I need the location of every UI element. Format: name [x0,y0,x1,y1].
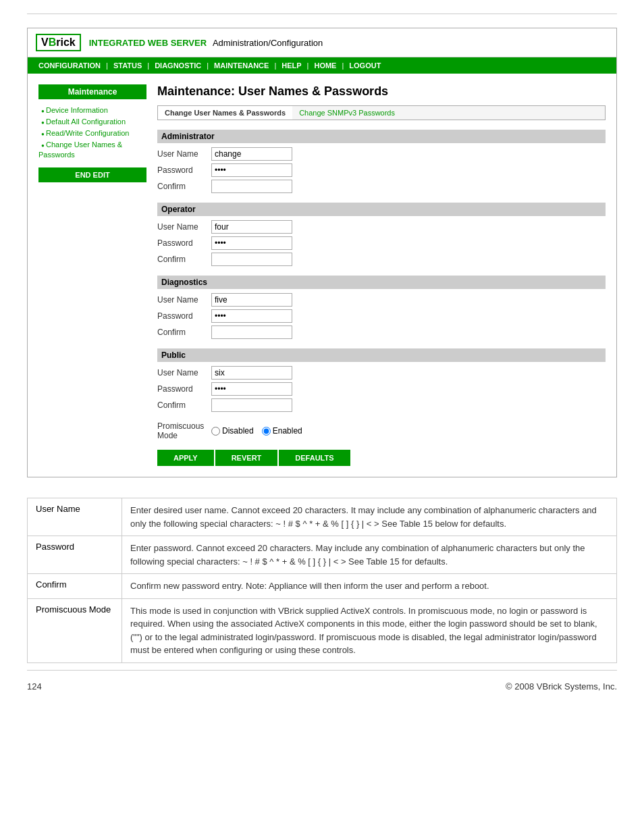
tab-row: Change User Names & Passwords Change SNM… [157,105,606,120]
diagnostics-section: Diagnostics User Name Password Confirm [157,276,606,339]
action-buttons: APPLY REVERT DEFAULTS [157,450,606,466]
page-number: 124 [27,681,42,692]
operator-username-input[interactable] [211,220,292,234]
diag-username-row: User Name [157,293,606,307]
public-section: Public User Name Password Confirm [157,348,606,412]
right-content: Maintenance: User Names & Passwords Chan… [157,84,606,466]
public-username-row: User Name [157,366,606,380]
admin-username-label: User Name [157,149,211,159]
info-term-password: Password [28,536,122,574]
promiscuous-disabled-radio[interactable] [211,427,220,436]
diag-username-input[interactable] [211,293,292,307]
diag-confirm-input[interactable] [211,325,292,339]
page-title: Maintenance: User Names & Passwords [157,84,606,99]
diag-confirm-label: Confirm [157,328,211,337]
administrator-header: Administrator [157,130,606,143]
diag-username-label: User Name [157,295,211,305]
table-row: Promiscuous Mode This mode is used in co… [28,598,617,662]
table-row: Password Enter password. Cannot exceed 2… [28,536,617,574]
promiscuous-mode-row: Promiscuous Mode Disabled Enabled [157,421,606,440]
main-content: Maintenance Device Information Default A… [28,74,616,477]
header-title: INTEGRATED WEB SERVER Administration/Con… [89,38,323,48]
info-desc-confirm: Confirm new password entry. Note: Applia… [122,574,617,599]
logo: VBrick [36,34,81,51]
sidebar-item-default-config[interactable]: Default All Configuration [38,116,146,126]
admin-password-row: Password [157,163,606,177]
operator-confirm-row: Confirm [157,253,606,266]
nav-configuration[interactable]: CONFIGURATION [36,60,103,71]
operator-username-row: User Name [157,220,606,234]
admin-confirm-row: Confirm [157,180,606,193]
admin-username-input[interactable] [211,147,292,161]
public-confirm-input[interactable] [211,398,292,412]
public-confirm-row: Confirm [157,398,606,412]
operator-confirm-label: Confirm [157,255,211,264]
diag-confirm-row: Confirm [157,325,606,339]
admin-password-label: Password [157,165,211,175]
operator-section: Operator User Name Password Confirm [157,203,606,266]
promiscuous-mode-label: Promiscuous Mode [157,421,211,440]
admin-password-input[interactable] [211,163,292,177]
defaults-button[interactable]: DEFAULTS [279,450,350,466]
copyright: © 2008 VBrick Systems, Inc. [506,681,617,692]
diag-password-input[interactable] [211,309,292,323]
nav-logout[interactable]: LOGOUT [346,60,383,71]
promiscuous-enabled-radio[interactable] [262,427,271,436]
page-footer: 124 © 2008 VBrick Systems, Inc. [27,671,617,697]
apply-button[interactable]: APPLY [157,450,214,466]
nav-status[interactable]: STATUS [111,60,144,71]
info-table: User Name Enter desired user name. Canno… [27,498,617,663]
header-bar: VBrick INTEGRATED WEB SERVER Administrat… [28,28,616,57]
sidebar-nav: Device Information Default All Configura… [38,105,146,159]
operator-confirm-input[interactable] [211,253,292,266]
admin-username-row: User Name [157,147,606,161]
table-row: User Name Enter desired user name. Canno… [28,498,617,536]
nav-maintenance[interactable]: MAINTENANCE [211,60,271,71]
promiscuous-enabled-option[interactable]: Enabled [262,426,302,436]
public-confirm-label: Confirm [157,400,211,410]
nav-help[interactable]: HELP [279,60,304,71]
sidebar-item-device-info[interactable]: Device Information [38,105,146,115]
table-row: Confirm Confirm new password entry. Note… [28,574,617,599]
public-header: Public [157,348,606,362]
sidebar: Maintenance Device Information Default A… [38,84,146,466]
operator-password-row: Password [157,236,606,250]
public-password-input[interactable] [211,382,292,396]
diag-password-row: Password [157,309,606,323]
browser-frame: VBrick INTEGRATED WEB SERVER Administrat… [27,28,617,477]
info-desc-password: Enter password. Cannot exceed 20 charact… [122,536,617,574]
info-desc-promiscuous: This mode is used in conjunction with VB… [122,598,617,662]
revert-button[interactable]: REVERT [215,450,278,466]
info-term-promiscuous: Promiscuous Mode [28,598,122,662]
promiscuous-disabled-option[interactable]: Disabled [211,426,254,436]
tab-change-snmpv3[interactable]: Change SNMPv3 Passwords [292,106,402,120]
info-term-username: User Name [28,498,122,536]
info-desc-username: Enter desired user name. Cannot exceed 2… [122,498,617,536]
operator-password-label: Password [157,238,211,248]
administrator-section: Administrator User Name Password Confirm [157,130,606,193]
nav-bar: CONFIGURATION | STATUS | DIAGNOSTIC | MA… [28,57,616,74]
sidebar-item-readwrite-config[interactable]: Read/Write Configuration [38,128,146,138]
end-edit-button[interactable]: END EDIT [38,167,146,182]
admin-confirm-input[interactable] [211,180,292,193]
public-username-input[interactable] [211,366,292,380]
admin-confirm-label: Confirm [157,182,211,191]
diag-password-label: Password [157,311,211,321]
public-password-label: Password [157,384,211,394]
promiscuous-mode-options: Disabled Enabled [211,426,302,436]
public-username-label: User Name [157,368,211,377]
info-term-confirm: Confirm [28,574,122,599]
operator-password-input[interactable] [211,236,292,250]
sidebar-title: Maintenance [38,84,146,99]
operator-header: Operator [157,203,606,216]
sidebar-item-change-users[interactable]: Change User Names & Passwords [38,139,146,159]
nav-home[interactable]: HOME [311,60,339,71]
diagnostics-header: Diagnostics [157,276,606,289]
nav-diagnostic[interactable]: DIAGNOSTIC [152,60,204,71]
public-password-row: Password [157,382,606,396]
operator-username-label: User Name [157,222,211,232]
tab-change-users[interactable]: Change User Names & Passwords [158,106,292,120]
